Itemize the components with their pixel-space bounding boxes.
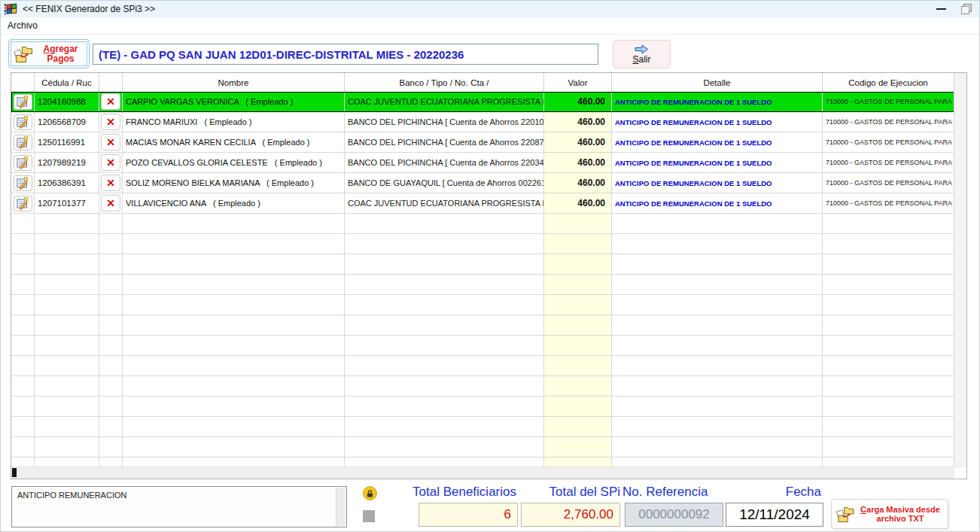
edit-cell: [11, 193, 35, 213]
codigo-cell: 710000 - GASTOS DE PERSONAL PARA INVERSI: [823, 112, 954, 132]
delete-row-button[interactable]: ✕: [101, 93, 120, 110]
delete-x-icon: ✕: [106, 96, 115, 107]
delete-row-button[interactable]: ✕: [101, 114, 120, 130]
empty-table-row: [11, 275, 954, 295]
delete-cell: ✕: [99, 132, 123, 152]
edit-row-button[interactable]: [14, 175, 32, 191]
edit-record-icon: [17, 96, 29, 108]
nombre-cell: CARPIO VARGAS VERONICA ( Empleado ): [123, 92, 345, 111]
banco-cell: COAC JUVENTUD ECUATORIANA PROGRESISTA LT…: [345, 92, 544, 111]
empty-table-row: [11, 356, 954, 376]
empty-table-row: [11, 417, 954, 437]
valor-cell: 460.00: [544, 92, 612, 111]
valor-cell: 460.00: [544, 153, 612, 172]
delete-x-icon: ✕: [106, 157, 115, 168]
detalle-cell: ANTICIPO DE REMUNERACION DE 1 SUELDO: [612, 132, 823, 152]
fecha-field[interactable]: 12/11/2024: [726, 503, 823, 527]
cedula-cell: 1204160988: [35, 92, 99, 111]
minimize-button[interactable]: [927, 1, 955, 17]
delete-x-icon: ✕: [106, 117, 115, 127]
table-row[interactable]: 1206386391 ✕ SOLIZ MORENO BIELKA MARIANA…: [11, 173, 954, 193]
edit-row-button[interactable]: [14, 114, 32, 130]
valor-cell: 460.00: [544, 132, 612, 152]
delete-row-button[interactable]: ✕: [101, 175, 120, 191]
total-spi-field: 2,760.00: [521, 503, 620, 527]
restore-button[interactable]: [955, 1, 978, 17]
agregar-pagos-label: Agregar Pagos: [37, 44, 84, 64]
delete-row-button[interactable]: ✕: [101, 134, 120, 150]
detalle-cell: ANTICIPO DE REMUNERACION DE 1 SUELDO: [612, 173, 823, 193]
empty-table-row: [11, 437, 954, 458]
table-row[interactable]: 1207101377 ✕ VILLAVICENCIO ANA ( Emplead…: [11, 193, 954, 214]
edit-cell: [11, 132, 35, 152]
entity-title-field[interactable]: (TE) - GAD PQ SAN JUAN 12D01-DIREC-DISTR…: [93, 44, 598, 65]
carga-masiva-label: Carga Masiva desde archivo TXT: [857, 505, 943, 523]
cedula-cell: 1206386391: [35, 173, 99, 193]
salir-button[interactable]: Salir: [613, 40, 671, 68]
detalle-note-textarea[interactable]: ANTICIPO REMUNERACION: [11, 486, 347, 527]
horizontal-scroll-thumb[interactable]: [12, 468, 17, 477]
edit-row-button[interactable]: [14, 135, 32, 150]
codigo-cell: 710000 - GASTOS DE PERSONAL PARA INVERSI: [823, 132, 954, 152]
total-spi-label: Total del SPi: [486, 485, 620, 500]
delete-row-button[interactable]: ✕: [101, 195, 120, 211]
detalle-cell: ANTICIPO DE REMUNERACION DE 1 SUELDO: [612, 92, 823, 111]
gray-square-indicator: [363, 510, 375, 522]
restore-icon: [961, 6, 969, 14]
valor-cell: 460.00: [544, 193, 612, 213]
banco-cell: BANCO DEL PICHINCHA [ Cuenta de Ahorros …: [345, 153, 544, 172]
edit-record-icon: [17, 116, 29, 129]
referencia-label: No. Referencia: [622, 485, 728, 500]
carga-masiva-button[interactable]: Carga Masiva desde archivo TXT: [831, 499, 948, 529]
empty-table-row: [11, 315, 954, 336]
empty-table-row: [11, 254, 954, 275]
delete-row-button[interactable]: ✕: [101, 154, 120, 171]
note-scrollbar[interactable]: [336, 488, 345, 526]
header-valor: Valor: [544, 73, 612, 92]
empty-table-row: [11, 336, 954, 356]
header-cedula: Cédula / Ruc: [35, 73, 99, 92]
detalle-cell: ANTICIPO DE REMUNERACION DE 1 SUELDO: [612, 153, 823, 172]
nombre-cell: SOLIZ MORENO BIELKA MARIANA ( Empleado ): [123, 173, 345, 193]
header-delete: [99, 73, 123, 92]
header-banco: Banco / Tipo / No. Cta /: [345, 73, 544, 92]
delete-cell: ✕: [99, 193, 123, 213]
edit-cell: [11, 153, 35, 172]
cedula-cell: 1250116991: [35, 132, 99, 152]
cedula-cell: 1206568709: [35, 112, 99, 132]
payments-grid: Cédula / Ruc Nombre Banco / Tipo / No. C…: [11, 72, 967, 479]
banco-cell: BANCO DE GUAYAQUIL [ Cuenta de Ahorros 0…: [345, 173, 544, 193]
nombre-cell: POZO CEVALLOS GLORIA CELESTE ( Empleado …: [123, 153, 345, 172]
grid-horizontal-scrollbar[interactable]: [11, 467, 954, 479]
cedula-cell: 1207101377: [35, 193, 99, 213]
total-beneficiarios-field: 6: [418, 503, 518, 527]
header-nombre: Nombre: [123, 73, 345, 92]
menu-archivo[interactable]: Archivo: [1, 19, 44, 32]
grid-vertical-scrollbar[interactable]: [954, 73, 966, 467]
edit-record-icon: [17, 177, 29, 190]
referencia-field: 0000000092: [625, 503, 723, 527]
empty-table-row: [11, 376, 954, 397]
edit-row-button[interactable]: [14, 94, 32, 110]
table-row[interactable]: 1204160988 ✕ CARPIO VARGAS VERONICA ( Em…: [11, 92, 954, 112]
edit-cell: [11, 173, 35, 193]
delete-cell: ✕: [99, 173, 123, 193]
add-payments-folders-icon: [14, 45, 33, 63]
nombre-cell: MACIAS MONAR KAREN CECILIA ( Empleado ): [123, 132, 345, 152]
banco-cell: BANCO DEL PICHINCHA [ Cuenta de Ahorros …: [345, 112, 544, 132]
edit-row-button[interactable]: [14, 155, 32, 171]
delete-cell: ✕: [99, 92, 123, 111]
app-windows-flag-icon: [5, 3, 18, 15]
title-bar: << FENIX Generador de SPi3 >>: [1, 1, 979, 17]
detalle-note-text: ANTICIPO REMUNERACION: [17, 491, 126, 500]
table-row[interactable]: 1206568709 ✕ FRANCO MARIUXI ( Empleado )…: [11, 112, 954, 132]
delete-x-icon: ✕: [106, 198, 115, 208]
window-title: << FENIX Generador de SPi3 >>: [23, 4, 155, 14]
table-row[interactable]: 1207989219 ✕ POZO CEVALLOS GLORIA CELEST…: [11, 153, 954, 173]
table-row[interactable]: 1250116991 ✕ MACIAS MONAR KAREN CECILIA …: [11, 132, 954, 153]
lock-icon: [363, 486, 377, 500]
banco-cell: BANCO DEL PICHINCHA [ Cuenta de Ahorros …: [345, 132, 544, 152]
agregar-pagos-button[interactable]: Agregar Pagos: [8, 39, 90, 68]
toolbar: Agregar Pagos (TE) - GAD PQ SAN JUAN 12D…: [1, 35, 979, 72]
edit-row-button[interactable]: [14, 196, 32, 211]
